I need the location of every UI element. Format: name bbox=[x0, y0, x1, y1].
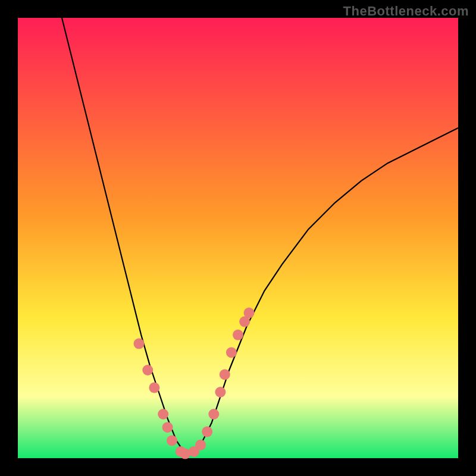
highlight-dot bbox=[134, 339, 145, 349]
highlight-dot bbox=[220, 369, 230, 380]
highlight-dot bbox=[244, 308, 255, 318]
highlight-dot bbox=[208, 409, 219, 419]
highlight-dot bbox=[233, 330, 243, 340]
highlight-dot bbox=[195, 440, 206, 450]
highlight-dot bbox=[202, 427, 212, 437]
highlight-dot bbox=[142, 365, 153, 375]
watermark-label: TheBottleneck.com bbox=[343, 4, 469, 19]
chart-svg bbox=[0, 0, 476, 476]
plot-area bbox=[18, 18, 458, 458]
highlight-dot bbox=[215, 387, 226, 397]
highlight-dot bbox=[226, 347, 237, 358]
highlight-dot bbox=[158, 409, 168, 419]
highlight-dot bbox=[149, 383, 159, 393]
highlight-dot bbox=[167, 435, 177, 446]
chart-container: TheBottleneck.com bbox=[0, 0, 476, 476]
highlight-dot bbox=[162, 422, 173, 433]
